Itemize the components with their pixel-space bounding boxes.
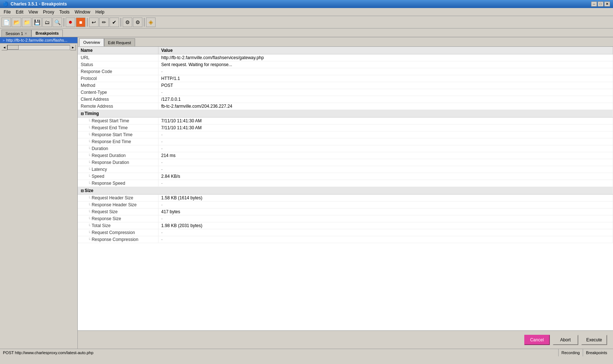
row-name-cell: └ Response Start Time [78, 131, 158, 138]
table-row: └ Response End Time- [78, 138, 613, 145]
row-value-cell: Sent request. Waiting for response... [158, 61, 613, 68]
row-name-cell: Protocol [78, 75, 158, 82]
subtab-overview[interactable]: Overview [79, 38, 104, 46]
row-value-cell: 7/11/10 11:41:30 AM [158, 124, 613, 131]
subtab-overview-label: Overview [83, 40, 100, 45]
row-name-cell: └ Request Start Time [78, 118, 158, 124]
status-left: POST http://www.charlesproxy.com/latest-… [3, 350, 93, 355]
table-row: StatusSent request. Waiting for response… [78, 61, 613, 68]
scrollbar-thumb[interactable] [8, 45, 19, 50]
menu-bar: File Edit View Proxy Tools Window Help [0, 8, 613, 16]
row-name-cell: └ Speed [78, 173, 158, 180]
row-value-cell: - [158, 131, 613, 138]
table-row: ProtocolHTTP/1.1 [78, 75, 613, 82]
tab-session1[interactable]: Session 1 ✕ [1, 30, 31, 37]
undo-button[interactable]: ↩ [89, 18, 99, 27]
section-label: Timing [85, 111, 99, 116]
menu-window[interactable]: Window [73, 9, 93, 15]
save-button[interactable]: 💾 [32, 18, 42, 27]
table-row: └ Response Size- [78, 215, 613, 222]
status-breakpoints[interactable]: Breakpoints [583, 349, 610, 356]
breakpoints-tool-button[interactable]: ◈ [146, 18, 156, 27]
sep3 [120, 18, 121, 27]
settings-button[interactable]: ⚙ [123, 18, 132, 27]
row-value-cell: POST [158, 82, 613, 89]
row-name-cell: └ Response End Time [78, 138, 158, 145]
restore-button[interactable]: □ [598, 1, 604, 7]
row-value-cell: 214 ms [158, 152, 613, 159]
open-button[interactable]: 📂 [12, 18, 21, 27]
section-label: Size [85, 188, 93, 193]
row-name-cell: └ Response Duration [78, 159, 158, 166]
table-row: Client Address/127.0.0.1 [78, 96, 613, 103]
row-name-cell: └ Total Size [78, 222, 158, 229]
row-name-cell: └ Response Size [78, 215, 158, 222]
collapse-icon[interactable]: ⊟ [81, 189, 85, 193]
row-name-cell: Remote Address [78, 103, 158, 110]
row-value-cell: - [158, 145, 613, 152]
execute-button[interactable]: Execute [581, 335, 607, 345]
row-name-cell: └ Request Header Size [78, 195, 158, 202]
scroll-left-button[interactable]: ◄ [1, 45, 7, 50]
menu-help[interactable]: Help [93, 9, 107, 15]
row-value-cell: 417 bytes [158, 208, 613, 215]
sub-tabs: Overview Edit Request [78, 37, 613, 47]
table-row: └ Request Header Size1.58 KB (1614 bytes… [78, 195, 613, 202]
apply-button[interactable]: ✔ [110, 18, 119, 27]
edit-button[interactable]: ✏ [99, 18, 109, 27]
open-recent-button[interactable]: 📁 [22, 18, 31, 27]
record-button[interactable]: ● [66, 18, 75, 27]
row-name-cell: Client Address [78, 96, 158, 103]
table-row: └ Request Start Time7/11/10 11:41:30 AM [78, 118, 613, 124]
table-row: └ Request Size417 bytes [78, 208, 613, 215]
row-name-cell: Method [78, 82, 158, 89]
row-name-cell: └ Response Speed [78, 180, 158, 187]
row-value-cell: - [158, 159, 613, 166]
menu-tools[interactable]: Tools [57, 9, 72, 15]
tab-session1-close[interactable]: ✕ [24, 32, 27, 35]
minimize-button[interactable]: ─ [591, 1, 597, 7]
find-button[interactable]: 🔍 [53, 18, 62, 27]
row-name-cell: └ Latency [78, 166, 158, 173]
title-bar: 🔵 Charles 3.5.1 - Breakpoints ─ □ ✕ [0, 0, 613, 8]
row-value-cell: - [158, 215, 613, 222]
tab-bar: Session 1 ✕ Breakpoints [0, 28, 613, 37]
row-value-cell: HTTP/1.1 [158, 75, 613, 82]
save-as-button[interactable]: 🗂 [42, 18, 52, 27]
preferences-button[interactable]: ⚙ [133, 18, 142, 27]
row-name-cell: └ Request Compression [78, 229, 158, 236]
tab-breakpoints-label: Breakpoints [35, 31, 59, 35]
status-recording[interactable]: Recording [558, 349, 583, 356]
menu-edit[interactable]: Edit [14, 9, 26, 15]
data-table: Name Value URLhttp://fb-tc-2.farmville.c… [78, 47, 613, 243]
menu-proxy[interactable]: Proxy [41, 9, 57, 15]
table-row: └ Request End Time7/11/10 11:41:30 AM [78, 124, 613, 131]
new-session-button[interactable]: 📄 [1, 18, 11, 27]
menu-file[interactable]: File [1, 9, 13, 15]
scroll-right-button[interactable]: ► [70, 45, 76, 50]
abort-button[interactable]: Abort [553, 335, 578, 345]
row-value-cell: - [158, 236, 613, 243]
row-value-cell: - [158, 89, 613, 96]
sidebar-item-label: http://fb-tc-2.farmville.com/flashs... [6, 38, 68, 42]
sidebar-item-farmville[interactable]: ➤ http://fb-tc-2.farmville.com/flashs... [0, 37, 77, 43]
sep2 [87, 18, 88, 27]
scrollbar-track[interactable] [7, 45, 70, 50]
row-value-cell: 7/11/10 11:41:30 AM [158, 118, 613, 124]
row-value-cell: - [158, 180, 613, 187]
row-name-cell: └ Response Compression [78, 236, 158, 243]
close-button[interactable]: ✕ [604, 1, 610, 7]
menu-view[interactable]: View [26, 9, 40, 15]
table-row: └ Response Duration- [78, 159, 613, 166]
subtab-edit-request[interactable]: Edit Request [104, 38, 135, 46]
row-value-cell: - [158, 68, 613, 75]
collapse-icon[interactable]: ⊟ [81, 112, 85, 116]
cancel-button[interactable]: Cancel [524, 335, 550, 345]
toolbar: 📄 📂 📁 💾 🗂 🔍 ● ■ ↩ ✏ ✔ ⚙ ⚙ ◈ [0, 16, 613, 28]
sidebar-container: ➤ http://fb-tc-2.farmville.com/flashs...… [0, 37, 78, 349]
stop-button[interactable]: ■ [76, 18, 85, 27]
row-value-cell: 1.98 KB (2031 bytes) [158, 222, 613, 229]
table-row: └ Duration- [78, 145, 613, 152]
row-value-cell: 2.84 KB/s [158, 173, 613, 180]
tab-breakpoints[interactable]: Breakpoints [31, 30, 63, 37]
